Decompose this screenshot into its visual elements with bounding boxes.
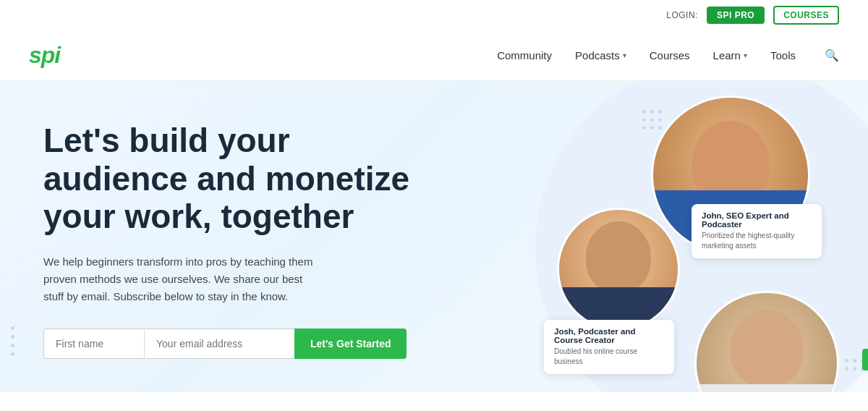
green-accent [862, 349, 868, 370]
logo[interactable]: spi [29, 42, 60, 69]
dot [845, 367, 848, 370]
hero-subtitle: We help beginners transform into pros by… [43, 253, 318, 305]
dot [658, 126, 662, 130]
josh-head [586, 221, 651, 292]
get-started-button[interactable]: Let's Get Started [294, 329, 407, 359]
dot [11, 352, 14, 356]
dots-top-right [642, 110, 662, 130]
dot [845, 359, 848, 363]
search-button[interactable]: 🔍 [819, 48, 839, 62]
top-bar: LOGIN: SPI PRO COURSES [0, 0, 868, 30]
nav-item-podcasts[interactable]: Podcasts ▾ [575, 49, 626, 62]
chevron-down-icon: ▾ [744, 51, 747, 59]
hero-left: Let's build your audience and monetize y… [0, 81, 451, 392]
info-card-josh: Josh, Podcaster and Course Creator Doubl… [544, 320, 674, 374]
john-card-desc: Prioritized the highest-quality marketin… [702, 231, 812, 251]
spi-pro-button[interactable]: SPI PRO [707, 7, 765, 24]
info-card-john: John, SEO Expert and Podcaster Prioritiz… [692, 204, 822, 258]
joeri-shirt [697, 384, 837, 392]
courses-top-button[interactable]: COURSES [773, 6, 839, 25]
hero-right: John, SEO Expert and Podcaster Prioritiz… [451, 81, 868, 392]
nav-links: Community Podcasts ▾ Courses Learn ▾ Too… [497, 48, 839, 62]
login-label: LOGIN: [666, 10, 698, 20]
dot [642, 126, 646, 130]
person-josh [557, 208, 680, 331]
josh-card-name: Josh, Podcaster and Course Creator [554, 327, 664, 344]
hero-title: Let's build your audience and monetize y… [43, 122, 422, 237]
chevron-down-icon: ▾ [623, 51, 626, 59]
dot [853, 359, 856, 363]
dot [658, 110, 662, 114]
dots-hero-left [11, 326, 14, 356]
dots-bottom-right [845, 359, 864, 370]
joeri-head [731, 310, 804, 387]
dot [642, 110, 646, 114]
first-name-input[interactable] [43, 329, 145, 359]
dot [11, 326, 14, 330]
dot [11, 344, 14, 347]
main-nav: spi Community Podcasts ▾ Courses Learn ▾… [0, 30, 868, 81]
john-card-name: John, SEO Expert and Podcaster [702, 211, 812, 229]
hero-section: Let's build your audience and monetize y… [0, 81, 868, 392]
email-input[interactable] [145, 329, 294, 359]
dot [650, 118, 654, 122]
dot [11, 335, 14, 339]
nav-item-tools[interactable]: Tools [770, 49, 796, 62]
dot [650, 110, 654, 114]
dot [853, 367, 856, 370]
nav-item-courses[interactable]: Courses [650, 49, 690, 62]
hero-form: Let's Get Started [43, 329, 391, 359]
dot [642, 118, 646, 122]
nav-item-community[interactable]: Community [497, 49, 552, 62]
dot [650, 126, 654, 130]
josh-card-desc: Doubled his online course business [554, 347, 664, 367]
nav-item-learn[interactable]: Learn ▾ [713, 49, 747, 62]
search-icon: 🔍 [825, 49, 839, 62]
dot [658, 118, 662, 122]
josh-face [559, 210, 678, 329]
